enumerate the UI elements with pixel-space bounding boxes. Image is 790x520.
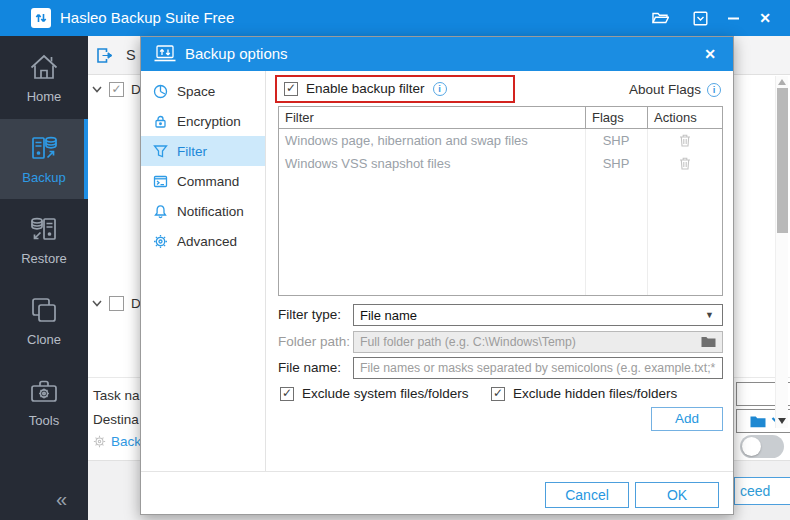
enable-backup-filter-label: Enable backup filter — [306, 81, 425, 96]
column-header-filter[interactable]: Filter — [279, 107, 585, 128]
column-header-actions[interactable]: Actions — [647, 107, 722, 128]
tab-label: Notification — [177, 204, 244, 219]
enable-backup-filter-row: ✓ Enable backup filter i — [284, 81, 447, 96]
clone-icon — [27, 293, 61, 327]
sidebar-item-backup[interactable]: Backup — [0, 119, 88, 199]
folder-path-field — [353, 331, 723, 353]
backup-options-link-text: Back — [111, 434, 141, 449]
tab-notification[interactable]: Notification — [141, 196, 265, 226]
filter-table-header: Filter Flags Actions — [279, 107, 722, 129]
enable-backup-filter-checkbox[interactable]: ✓ — [284, 82, 298, 96]
backup-options-link[interactable]: Back — [93, 434, 141, 449]
backup-options-dialog: Backup options ✕ Space Encryption Filter — [140, 36, 734, 515]
close-icon: ✕ — [759, 10, 771, 26]
file-name-label: File name: — [278, 357, 341, 379]
cancel-button[interactable]: Cancel — [545, 482, 629, 508]
file-name-input[interactable] — [360, 361, 716, 375]
tab-advanced[interactable]: Advanced — [141, 226, 265, 256]
tab-encryption[interactable]: Encryption — [141, 106, 265, 136]
app-window: Hasleo Backup Suite Free ✕ Home — [0, 0, 790, 520]
close-window-button[interactable]: ✕ — [750, 0, 780, 36]
exclude-hidden-group: ✓ Exclude hidden files/folders — [491, 386, 677, 401]
disk-row-1[interactable]: ✓ Di — [92, 82, 144, 97]
gear-icon — [93, 435, 106, 448]
tab-space[interactable]: Space — [141, 76, 265, 106]
toggle-knob — [742, 437, 761, 456]
sidebar-item-restore[interactable]: Restore — [0, 200, 88, 280]
table-row[interactable]: Windows page, hibernation and swap files… — [279, 129, 722, 152]
destination-label: Destina — [93, 412, 139, 427]
close-icon: ✕ — [704, 46, 716, 62]
minimize-to-tray-button[interactable] — [685, 0, 715, 36]
about-flags-label: About Flags — [629, 82, 701, 97]
app-logo-icon — [31, 8, 51, 28]
flags-cell: SHP — [585, 156, 647, 171]
tab-label: Space — [177, 84, 215, 99]
filter-type-label: Filter type: — [278, 304, 341, 326]
about-flags[interactable]: About Flags i — [629, 82, 721, 97]
info-icon[interactable]: i — [433, 82, 447, 96]
trash-icon[interactable] — [679, 134, 691, 147]
dialog-header: Backup options ✕ — [141, 37, 733, 71]
folder-icon[interactable] — [701, 336, 716, 348]
titlebar: Hasleo Backup Suite Free ✕ — [0, 0, 790, 36]
column-divider — [585, 129, 586, 295]
tab-filter[interactable]: Filter — [141, 136, 265, 166]
exclude-system-group: ✓ Exclude system files/folders — [280, 386, 469, 401]
sidebar-item-label: Backup — [22, 170, 65, 185]
dialog-close-button[interactable]: ✕ — [695, 37, 725, 71]
sidebar-item-label: Restore — [21, 251, 67, 266]
exclude-hidden-label: Exclude hidden files/folders — [513, 386, 677, 401]
tab-label: Command — [177, 174, 239, 189]
scroll-up-arrow-icon[interactable] — [778, 79, 786, 85]
minimize-icon — [728, 17, 739, 20]
dialog-logo-icon — [154, 45, 176, 67]
filter-funnel-icon — [153, 144, 168, 159]
scroll-down-arrow-icon[interactable] — [778, 418, 786, 424]
sidebar-item-label: Home — [27, 89, 62, 104]
proceed-button[interactable]: ceed — [734, 477, 790, 505]
divider — [141, 471, 733, 472]
folder-open-icon — [651, 10, 669, 26]
table-row[interactable]: Windows VSS snapshot files SHP — [279, 152, 722, 175]
vertical-scrollbar[interactable] — [775, 76, 788, 428]
chevron-down-icon — [92, 86, 102, 93]
folder-path-input[interactable] — [360, 335, 701, 349]
dialog-title: Backup options — [185, 37, 288, 71]
collapse-sidebar-button[interactable]: « — [56, 488, 67, 511]
home-icon — [27, 50, 61, 84]
disk-checkbox[interactable]: ✓ — [109, 82, 124, 97]
flags-cell: SHP — [585, 133, 647, 148]
ok-button[interactable]: OK — [635, 482, 719, 508]
column-header-flags[interactable]: Flags — [585, 107, 647, 128]
disk-row-2[interactable]: Di — [92, 296, 144, 311]
terminal-icon — [153, 174, 168, 189]
sidebar-item-clone[interactable]: Clone — [0, 281, 88, 361]
column-divider — [647, 129, 648, 295]
chevron-down-icon — [92, 300, 102, 307]
toggle-switch-off[interactable] — [740, 435, 784, 458]
restore-icon — [27, 212, 61, 246]
tab-command[interactable]: Command — [141, 166, 265, 196]
actions-cell — [647, 134, 722, 147]
backup-icon — [27, 131, 61, 165]
sidebar-item-tools[interactable]: Tools — [0, 362, 88, 442]
sidebar-item-home[interactable]: Home — [0, 38, 88, 118]
trash-icon[interactable] — [679, 157, 691, 170]
filter-type-value: File name — [360, 308, 417, 323]
filter-name-cell: Windows page, hibernation and swap files — [279, 133, 585, 148]
disk-checkbox[interactable] — [109, 296, 124, 311]
source-select-icon — [96, 47, 113, 68]
filter-type-select[interactable]: File name ▼ — [353, 304, 723, 326]
add-button[interactable]: Add — [651, 407, 723, 431]
exclude-hidden-checkbox[interactable]: ✓ — [491, 387, 505, 401]
actions-cell — [647, 157, 722, 170]
minimize-button[interactable] — [718, 0, 748, 36]
scrollbar-thumb[interactable] — [777, 88, 788, 233]
open-task-button[interactable] — [645, 0, 675, 36]
file-name-field — [353, 357, 723, 379]
exclude-system-checkbox[interactable]: ✓ — [280, 387, 294, 401]
gear-icon — [153, 234, 168, 249]
sidebar-item-label: Tools — [29, 413, 59, 428]
info-icon[interactable]: i — [707, 83, 721, 97]
